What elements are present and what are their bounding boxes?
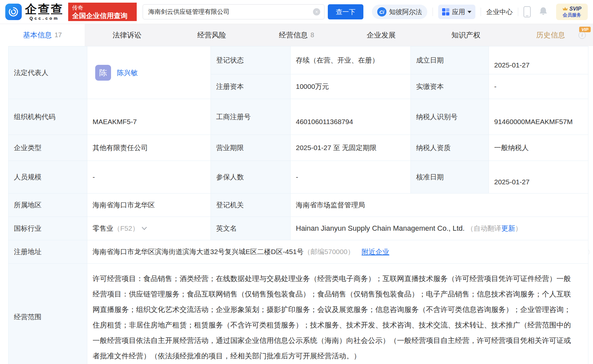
field-label-legal-rep: 法定代表人 [9, 46, 87, 99]
brand-name: 企查查 [25, 3, 64, 15]
apps-menu-button[interactable]: 应用 [438, 5, 475, 19]
org-code-text: MAEAKMF5-7 [93, 118, 137, 126]
field-label-reg-authority: 登记机关 [211, 194, 290, 217]
qcc-logo[interactable]: 企查查 Qcc.com [5, 3, 64, 21]
field-label-staff-size: 人员规模 [9, 161, 87, 193]
taxpayer-id-text: 91460000MAEAKMF57M [494, 118, 573, 126]
field-label-est-date: 成立日期 [411, 46, 489, 74]
tab-basic-info[interactable]: 基本信息 17 [0, 24, 85, 46]
zhibi-alpha-button[interactable]: Ci 知彼阿尔法 [372, 5, 427, 19]
field-label-biz-scope: 经营范围 [9, 264, 87, 364]
taxpayer-qual-value: 一般纳税人 [489, 135, 588, 161]
info-icon[interactable]: i [579, 32, 586, 39]
reg-address-text: 海南省海口市龙华区滨海街道滨海大道32号复兴城E区二楼D区-451号 [93, 247, 304, 256]
tab-label: 企业发展 [367, 30, 396, 40]
postal-code: （邮编570000） [304, 247, 354, 256]
tab-intellectual-property[interactable]: 知识产权 [424, 24, 508, 46]
company-type-value: 其他有限责任公司 [87, 135, 211, 161]
taxpayer-id-value: 91460000MAEAKMF57M [489, 99, 588, 135]
chevron-down-icon [467, 11, 471, 13]
chevron-down-icon[interactable] [142, 227, 147, 230]
industry-code: （F52） [113, 224, 139, 233]
search-button[interactable]: 查一下 [328, 4, 363, 19]
field-label-approval-date: 核准日期 [411, 161, 489, 193]
brand-domain: Qcc.com [25, 16, 64, 21]
org-code-value: MAEAKMF5-7 [87, 99, 211, 135]
svip-subtitle: 会员服务 [563, 12, 581, 18]
english-name-text: Hainan Jianyun Supply Chain Management C… [296, 224, 465, 233]
field-label-company-type: 企业类型 [9, 135, 87, 161]
approval-date-value: 2025-01-27 [489, 161, 588, 193]
translate-update-link[interactable]: 更新 [501, 224, 515, 233]
est-date-value: 2025-01-27 [489, 46, 588, 74]
legal-rep-cell: 陈 陈兴敏 [87, 46, 211, 99]
enterprise-center-link[interactable]: 企业中心 [486, 8, 513, 16]
divider [518, 8, 518, 16]
approval-date-text: 2025-01-27 [494, 178, 529, 186]
region-value: 海南省海口市龙华区 [87, 194, 211, 217]
biz-term-value: 2025-01-27 至 无固定期限 [291, 135, 410, 161]
avatar[interactable]: 陈 [95, 65, 111, 81]
english-name-value: Hainan Jianyun Supply Chain Management C… [291, 217, 588, 240]
field-label-taxpayer-id: 纳税人识别号 [411, 99, 489, 135]
field-label-paid-capital: 实缴资本 [411, 74, 489, 99]
search-bar: × 查一下 [143, 4, 363, 19]
tab-label: 基本信息 [23, 30, 52, 40]
promo-line1: 传奇 [72, 4, 133, 12]
tab-operation-risk[interactable]: 经营风险 [169, 24, 254, 46]
auto-translate-note: （自动翻译 [466, 224, 501, 233]
section-tabbar: 基本信息 17 法律诉讼 经营风险 经营信息 8 企业发展 知识产权 历史信息 … [0, 24, 593, 46]
qcc-logo-icon [5, 4, 22, 20]
notifications-bell-icon[interactable] [539, 6, 548, 17]
field-label-biz-reg-no: 工商注册号 [211, 99, 290, 135]
field-label-reg-address: 注册地址 [9, 240, 87, 263]
basic-info-table: 法定代表人 陈 陈兴敏 登记状态 存续（在营、开业、在册） 成立日期 2025-… [8, 46, 588, 364]
paid-capital-value: - [489, 74, 588, 99]
field-label-region: 所属地区 [9, 194, 87, 217]
promo-banner: 传奇 全国企业信用查询 [68, 3, 137, 21]
reg-capital-value: 10000万元 [291, 74, 410, 99]
tab-label: 经营风险 [197, 30, 226, 40]
biz-reg-no-value: 460106011368794 [291, 99, 410, 135]
svip-member-button[interactable]: SVIP 会员服务 [556, 4, 588, 20]
tab-count: 17 [54, 31, 62, 39]
reg-status-value: 存续（在营、开业、在册） [291, 46, 410, 74]
promo-line2: 全国企业信用查询 [72, 12, 133, 20]
mobile-app-icon[interactable] [523, 6, 531, 17]
field-label-industry: 国标行业 [9, 217, 87, 240]
legal-rep-link[interactable]: 陈兴敏 [117, 68, 138, 77]
field-label-org-code: 组织机构代码 [9, 99, 87, 135]
industry-value: 零售业 （F52） [87, 217, 211, 240]
top-header: 企查查 Qcc.com 传奇 全国企业信用查询 × 查一下 Ci 知彼阿尔法 应… [0, 0, 593, 24]
clear-search-icon[interactable]: × [313, 8, 320, 15]
search-box: × [143, 4, 325, 19]
svip-title: SVIP [562, 6, 581, 12]
nearby-companies-link[interactable]: 附近企业 [362, 247, 389, 256]
auto-translate-note-close: ） [515, 224, 522, 233]
biz-reg-no-text: 460106011368794 [296, 118, 353, 126]
ci-logo-icon: Ci [377, 7, 386, 16]
tab-label: 经营信息 [279, 30, 308, 40]
reg-authority-value: 海南省市场监督管理局 [291, 194, 588, 217]
zhibi-alpha-label: 知彼阿尔法 [389, 8, 422, 16]
divider [433, 8, 433, 16]
field-label-reg-status: 登记状态 [211, 46, 290, 74]
biz-scope-value: 许可经营项目：食品销售；酒类经营；在线数据处理与交易处理业务（经营类电子商务）；… [87, 264, 588, 364]
field-label-insured-count: 参保人数 [211, 161, 290, 193]
field-label-taxpayer-qual: 纳税人资质 [411, 135, 489, 161]
apps-label: 应用 [452, 8, 465, 16]
reg-address-value: 海南省海口市龙华区滨海街道滨海大道32号复兴城E区二楼D区-451号 （邮编57… [87, 240, 588, 263]
svip-label: SVIP [569, 6, 581, 12]
staff-size-value: - [87, 161, 211, 193]
industry-text: 零售业 [93, 224, 113, 233]
divider [481, 8, 481, 16]
field-label-english-name: 英文名 [211, 217, 290, 240]
tab-legal-litigation[interactable]: 法律诉讼 [85, 24, 169, 46]
est-date-text: 2025-01-27 [494, 61, 529, 69]
search-input[interactable] [148, 8, 313, 15]
tab-label: 历史信息 [536, 30, 565, 40]
qcc-logo-text: 企查查 Qcc.com [25, 3, 64, 21]
tab-enterprise-development[interactable]: 企业发展 [339, 24, 424, 46]
tab-operation-info[interactable]: 经营信息 8 [254, 24, 339, 46]
header-nav: Ci 知彼阿尔法 应用 企业中心 [372, 5, 548, 19]
